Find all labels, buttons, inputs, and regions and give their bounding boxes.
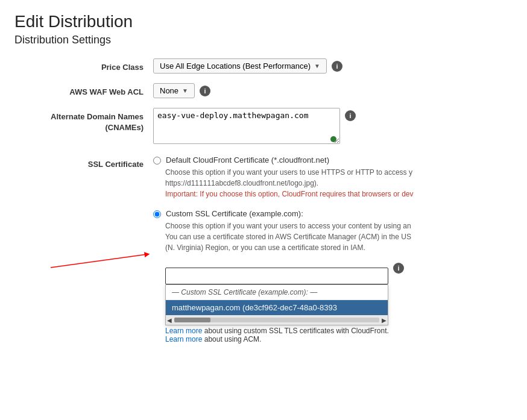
price-class-row: Price Class Use All Edge Locations (Best…	[14, 58, 513, 74]
price-class-info-icon[interactable]: i	[332, 61, 342, 72]
ssl-certificate-options: Default CloudFront Certificate (*.cloudf…	[153, 155, 513, 348]
distribution-settings-form: Price Class Use All Edge Locations (Best…	[14, 58, 513, 348]
waf-web-acl-dropdown[interactable]: None ▼	[153, 83, 195, 98]
learn-more-section: Learn more about using custom SSL TLS ce…	[165, 327, 479, 343]
cert-dropdown-header: — Custom SSL Certificate (example.com): …	[166, 285, 388, 300]
green-dot-indicator	[330, 136, 336, 142]
learn-more-acm-link[interactable]: Learn more	[165, 335, 202, 343]
ssl-option1-description: Choose this option if you want your user…	[165, 167, 479, 199]
cert-input[interactable]	[165, 268, 388, 284]
alternate-domain-names-control: easy-vue-deploy.matthewpagan.com i	[153, 108, 513, 146]
price-class-arrow: ▼	[314, 63, 320, 69]
ssl-certificate-row: SSL Certificate Default CloudFront Certi…	[14, 155, 513, 348]
alternate-domain-names-row: Alternate Domain Names (CNAMEs) easy-vue…	[14, 108, 513, 146]
ssl-option2-radio[interactable]	[153, 210, 161, 218]
scroll-thumb	[174, 318, 210, 322]
cert-dropdown-scrollbar: ◀ ▶	[166, 315, 388, 325]
ssl-option2-description: Choose this option if you want your user…	[165, 221, 479, 253]
cert-dropdown: — Custom SSL Certificate (example.com): …	[165, 284, 388, 325]
ssl-certificate-control: Default CloudFront Certificate (*.cloudf…	[153, 155, 513, 348]
scroll-right-arrow[interactable]: ▶	[382, 317, 387, 324]
price-class-label: Price Class	[14, 58, 153, 73]
cert-input-wrapper: — Custom SSL Certificate (example.com): …	[165, 268, 388, 284]
scroll-left-arrow[interactable]: ◀	[167, 317, 172, 324]
ssl-option2-label: Custom SSL Certificate (example.com):	[166, 209, 303, 218]
scroll-track	[174, 318, 379, 322]
waf-web-acl-arrow: ▼	[182, 87, 188, 94]
alternate-domain-names-wrapper: easy-vue-deploy.matthewpagan.com	[153, 108, 340, 146]
learn-more-ssl-link[interactable]: Learn more	[165, 327, 202, 335]
waf-web-acl-value: None	[160, 86, 178, 95]
waf-web-acl-row: AWS WAF Web ACL None ▼ i	[14, 83, 513, 98]
ssl-option1-important: Important: If you choose this option, Cl…	[165, 190, 414, 198]
learn-more-ssl: Learn more about using custom SSL TLS ce…	[165, 327, 479, 335]
page-title: Edit Distribution	[14, 12, 513, 31]
ssl-option2-block: Custom SSL Certificate (example.com): Ch…	[153, 209, 513, 343]
page-subtitle: Distribution Settings	[14, 34, 513, 46]
ssl-option1-label: Default CloudFront Certificate (*.cloudf…	[166, 155, 329, 165]
cert-dropdown-item[interactable]: matthewpagan.com (de3cf962-dec7-48a0-839…	[166, 300, 388, 315]
price-class-control: Use All Edge Locations (Best Performance…	[153, 58, 513, 74]
waf-web-acl-control: None ▼ i	[153, 83, 513, 98]
svg-line-0	[51, 254, 147, 268]
price-class-value: Use All Edge Locations (Best Performance…	[160, 61, 311, 71]
arrow-indicator-svg	[45, 249, 165, 274]
ssl-certificate-label: SSL Certificate	[14, 155, 153, 170]
ssl-option1-block: Default CloudFront Certificate (*.cloudf…	[153, 155, 513, 199]
waf-web-acl-info-icon[interactable]: i	[200, 86, 210, 96]
cert-input-info-icon[interactable]: i	[393, 263, 404, 274]
ssl-option1: Default CloudFront Certificate (*.cloudf…	[153, 155, 513, 165]
learn-more-acm: Learn more about using ACM.	[165, 335, 479, 343]
alternate-domain-names-info-icon[interactable]: i	[345, 110, 356, 121]
price-class-dropdown[interactable]: Use All Edge Locations (Best Performance…	[153, 58, 327, 74]
ssl-option2: Custom SSL Certificate (example.com):	[153, 209, 513, 218]
waf-web-acl-label: AWS WAF Web ACL	[14, 83, 153, 98]
alternate-domain-names-label: Alternate Domain Names (CNAMEs)	[14, 108, 153, 133]
ssl-option1-radio[interactable]	[153, 157, 161, 165]
alternate-domain-names-input[interactable]: easy-vue-deploy.matthewpagan.com	[153, 108, 340, 144]
